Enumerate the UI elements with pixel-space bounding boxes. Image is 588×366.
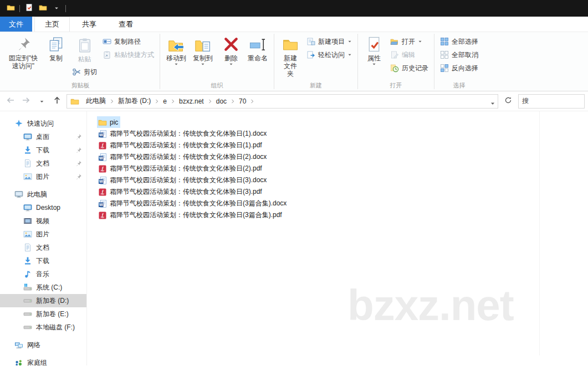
new-folder-icon	[282, 36, 299, 53]
paste-shortcut-label: 粘贴快捷方式	[114, 50, 154, 60]
arrow-left-icon	[6, 96, 15, 107]
copy-to-button[interactable]: 复制到	[190, 34, 216, 68]
sidebar-section[interactable]: 快速访问	[0, 117, 86, 130]
new-folder-button[interactable]: 新建文件夹	[278, 34, 303, 79]
chevron-right-icon[interactable]	[154, 99, 160, 104]
file-row[interactable]: W霜降节气校园活动策划：传统饮食文化体验日(3).docx	[97, 174, 269, 186]
select-all-button[interactable]: 全部选择	[438, 35, 480, 48]
tab-home[interactable]: 主页	[34, 17, 70, 32]
sidebar-item[interactable]: 文档	[0, 157, 86, 170]
breadcrumb-item[interactable]: doc	[213, 96, 230, 107]
folder-icon	[98, 118, 107, 127]
rename-button[interactable]: 重命名	[245, 34, 270, 64]
file-row[interactable]: fPDF霜降节气校园活动策划：传统饮食文化体验日(2).pdf	[97, 163, 264, 174]
sidebar-item[interactable]: 下载	[0, 143, 86, 157]
document-icon	[23, 243, 32, 252]
sidebar-section[interactable]: 网络	[0, 338, 86, 352]
file-row[interactable]: W霜降节气校园活动策划：传统饮食文化体验日(1).docx	[97, 128, 269, 140]
breadcrumb-item[interactable]: e	[160, 96, 170, 107]
recent-locations-caret[interactable]	[35, 95, 48, 107]
copy-path-label: 复制路径	[114, 37, 141, 47]
open-button[interactable]: 打开	[388, 35, 431, 48]
breadcrumb-item[interactable]: 此电脑	[83, 95, 109, 107]
easy-access-button[interactable]: 轻松访问	[304, 49, 354, 61]
svg-text:PDF: PDF	[101, 147, 104, 149]
pdf-icon: fPDF	[98, 164, 107, 173]
sidebar-item[interactable]: 系统 (C:)	[0, 281, 86, 294]
file-row[interactable]: fPDF霜降节气校园活动策划：传统饮食文化体验日(3).pdf	[97, 186, 264, 198]
forward-button[interactable]	[20, 95, 32, 107]
sidebar-item[interactable]: Desktop	[0, 201, 86, 214]
invert-selection-button[interactable]: 反向选择	[438, 62, 480, 74]
sidebar-item[interactable]: 图片	[0, 170, 86, 183]
address-box[interactable]: 此电脑新加卷 (D:)ebzxz.netdoc70	[67, 94, 498, 109]
breadcrumb-item[interactable]: 70	[236, 96, 249, 107]
chevron-right-icon[interactable]	[230, 99, 236, 104]
sidebar-item[interactable]: 下载	[0, 254, 86, 267]
chevron-right-icon[interactable]	[207, 99, 213, 104]
chevron-right-icon[interactable]	[109, 99, 115, 104]
file-row[interactable]: fPDF霜降节气校园活动策划：传统饮食文化体验日(1).pdf	[97, 140, 264, 151]
back-button[interactable]	[4, 95, 17, 107]
desktop-icon	[23, 203, 32, 212]
paste-shortcut-button[interactable]: 粘贴快捷方式	[100, 49, 156, 61]
breadcrumb-item[interactable]: 新加卷 (D:)	[115, 95, 154, 107]
copy-button[interactable]: 复制	[43, 34, 69, 64]
search-input[interactable]: 搜	[518, 94, 585, 109]
drive-icon	[23, 296, 32, 305]
organize-group-label: 组织	[160, 81, 274, 91]
address-dropdown-caret[interactable]	[490, 99, 495, 104]
delete-button[interactable]: 删除	[218, 34, 244, 68]
cut-button[interactable]: 剪切	[70, 66, 99, 78]
sidebar-item[interactable]: 桌面	[0, 130, 86, 143]
sidebar-item-label: 文档	[36, 159, 49, 168]
sidebar-section[interactable]: 此电脑	[0, 188, 86, 201]
sidebar-item[interactable]: 新加卷 (D:)	[0, 294, 86, 307]
qat-folder-button[interactable]	[6, 3, 16, 13]
tab-file[interactable]: 文件	[0, 17, 32, 32]
up-button[interactable]	[51, 95, 63, 107]
sidebar-section[interactable]: 家庭组	[0, 356, 86, 365]
picture-icon	[23, 172, 32, 181]
file-name: 霜降节气校园活动策划：传统饮食文化体验日(3).docx	[110, 176, 267, 185]
new-item-icon	[306, 37, 315, 46]
tab-share[interactable]: 共享	[72, 17, 106, 32]
sidebar-item[interactable]: 文档	[0, 241, 86, 254]
copy-path-button[interactable]: 复制路径	[100, 35, 156, 48]
qat-properties-button[interactable]	[24, 3, 34, 13]
move-to-button[interactable]: 移动到	[163, 34, 189, 68]
breadcrumb-item[interactable]: bzxz.net	[176, 96, 207, 107]
new-item-button[interactable]: 新建项目	[304, 35, 354, 48]
sidebar-item[interactable]: 图片	[0, 228, 86, 241]
sidebar-item[interactable]: 新加卷 (E:)	[0, 307, 86, 321]
sidebar-item[interactable]: 音乐	[0, 267, 86, 281]
open-sm-icon	[390, 37, 399, 46]
qat-folder2-button[interactable]	[38, 3, 48, 13]
file-list[interactable]: picW霜降节气校园活动策划：传统饮食文化体验日(1).docxfPDF霜降节气…	[87, 111, 588, 365]
copy-label: 复制	[49, 54, 63, 62]
search-text: 搜	[522, 96, 529, 106]
network-icon	[14, 341, 23, 349]
file-row[interactable]: W霜降节气校园活动策划：传统饮食文化体验日(2).docx	[97, 151, 269, 163]
sidebar-item[interactable]: 视频	[0, 214, 86, 228]
tab-view[interactable]: 查看	[109, 17, 143, 32]
folder-icon	[39, 3, 47, 14]
sidebar-item-label: 新加卷 (E:)	[36, 310, 69, 319]
pin-to-quick-access-button[interactable]: 固定到"快速访问"	[4, 34, 42, 71]
file-name: pic	[110, 118, 118, 126]
file-row[interactable]: pic	[97, 116, 120, 128]
file-row[interactable]: W霜降节气校园活动策划：传统饮食文化体验日(3篇合集).docx	[97, 198, 289, 209]
history-button[interactable]: 历史记录	[388, 62, 431, 74]
chevron-right-icon[interactable]	[249, 99, 255, 104]
file-row[interactable]: fPDF霜降节气校园活动策划：传统饮食文化体验日(3篇合集).pdf	[97, 209, 284, 221]
qat-customize-caret[interactable]	[52, 3, 62, 13]
select-none-button[interactable]: 全部取消	[438, 49, 480, 61]
edit-button[interactable]: 编辑	[388, 49, 431, 61]
refresh-button[interactable]	[502, 95, 515, 108]
cut-label: 剪切	[84, 68, 97, 77]
properties-button[interactable]: 属性	[361, 34, 387, 68]
paste-button[interactable]: 粘贴	[70, 35, 99, 65]
new-item-label: 新建项目	[318, 37, 345, 47]
chevron-right-icon[interactable]	[170, 99, 176, 104]
sidebar-item[interactable]: 本地磁盘 (F:)	[0, 321, 86, 334]
